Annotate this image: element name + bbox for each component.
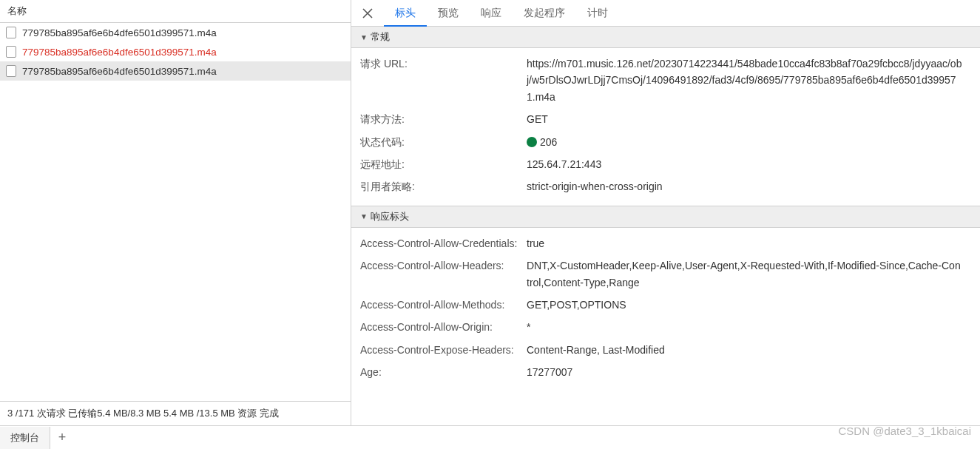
close-icon[interactable] — [357, 3, 378, 24]
header-key: 状态代码: — [360, 134, 527, 150]
tab-标头[interactable]: 标头 — [384, 0, 427, 27]
header-value: https://m701.music.126.net/2023071422344… — [527, 55, 973, 105]
file-icon — [6, 27, 16, 38]
tab-响应[interactable]: 响应 — [470, 0, 513, 27]
request-name: 779785ba895af6e6b4dfe6501d399571.m4a — [22, 66, 217, 77]
header-value: * — [527, 319, 973, 335]
section-header-response-headers[interactable]: ▼ 响应标头 — [351, 206, 980, 228]
header-value: 17277007 — [527, 364, 973, 380]
header-key: Access-Control-Expose-Headers: — [360, 342, 527, 358]
request-name: 779785ba895af6e6b4dfe6501d399571.m4a — [22, 27, 217, 38]
header-key: Access-Control-Allow-Headers: — [360, 257, 527, 291]
header-key: 请求方法: — [360, 111, 527, 127]
header-key: Age: — [360, 364, 527, 380]
file-icon — [6, 65, 16, 77]
add-tab-button[interactable]: + — [50, 430, 74, 445]
chevron-down-icon: ▼ — [360, 33, 368, 41]
header-value: 206 — [527, 134, 973, 150]
network-request-list-panel: 名称 779785ba895af6e6b4dfe6501d399571.m4a7… — [0, 0, 351, 425]
header-row: Access-Control-Allow-Origin:* — [351, 316, 980, 338]
general-rows: 请求 URL:https://m701.music.126.net/202307… — [351, 48, 980, 206]
header-value: true — [527, 235, 973, 251]
request-list: 779785ba895af6e6b4dfe6501d399571.m4a7797… — [0, 23, 351, 401]
header-value: GET — [527, 111, 973, 127]
request-row[interactable]: 779785ba895af6e6b4dfe6501d399571.m4a — [0, 23, 351, 42]
header-row: Age:17277007 — [351, 361, 980, 383]
tab-发起程序[interactable]: 发起程序 — [513, 0, 576, 27]
header-key: Access-Control-Allow-Methods: — [360, 297, 527, 313]
header-row: 请求 URL:https://m701.music.126.net/202307… — [351, 53, 980, 108]
header-row: Access-Control-Allow-Credentials:true — [351, 232, 980, 254]
status-dot-icon — [527, 137, 537, 147]
details-tab-bar: 标头预览响应发起程序计时 — [351, 0, 980, 27]
chevron-down-icon: ▼ — [360, 212, 368, 220]
console-tab[interactable]: 控制台 — [0, 427, 50, 449]
header-value: DNT,X-CustomHeader,Keep-Alive,User-Agent… — [527, 257, 973, 291]
section-title: 响应标头 — [371, 210, 409, 223]
header-row: Access-Control-Allow-Methods:GET,POST,OP… — [351, 294, 980, 316]
header-row: Access-Control-Allow-Headers:DNT,X-Custo… — [351, 254, 980, 294]
file-icon — [6, 46, 16, 58]
header-value: GET,POST,OPTIONS — [527, 297, 973, 313]
section-header-general[interactable]: ▼ 常规 — [351, 27, 980, 48]
header-value: 125.64.7.21:443 — [527, 156, 973, 172]
name-column-header[interactable]: 名称 — [0, 0, 351, 23]
header-key: Access-Control-Allow-Credentials: — [360, 235, 527, 251]
network-status-bar: 3 /171 次请求 已传输5.4 MB/8.3 MB 5.4 MB /13.5… — [0, 401, 351, 425]
header-key: Access-Control-Allow-Origin: — [360, 319, 527, 335]
details-scroll-area[interactable]: ▼ 常规 请求 URL:https://m701.music.126.net/2… — [351, 27, 980, 425]
response-header-rows: Access-Control-Allow-Credentials:trueAcc… — [351, 228, 980, 391]
header-row: 远程地址:125.64.7.21:443 — [351, 153, 980, 175]
request-row[interactable]: 779785ba895af6e6b4dfe6501d399571.m4a — [0, 42, 351, 61]
request-name: 779785ba895af6e6b4dfe6501d399571.m4a — [22, 47, 217, 58]
request-details-panel: 标头预览响应发起程序计时 ▼ 常规 请求 URL:https://m701.mu… — [351, 0, 980, 425]
header-key: 引用者策略: — [360, 178, 527, 195]
drawer-tab-bar: 控制台 + — [0, 425, 980, 449]
header-value: strict-origin-when-cross-origin — [527, 178, 973, 195]
header-value: Content-Range, Last-Modified — [527, 342, 973, 358]
header-row: Access-Control-Expose-Headers:Content-Ra… — [351, 339, 980, 361]
header-row: 引用者策略:strict-origin-when-cross-origin — [351, 175, 980, 198]
section-title: 常规 — [371, 30, 390, 44]
header-key: 远程地址: — [360, 156, 527, 172]
header-row: 状态代码:206 — [351, 131, 980, 153]
request-row[interactable]: 779785ba895af6e6b4dfe6501d399571.m4a — [0, 61, 351, 81]
header-key: 请求 URL: — [360, 55, 527, 105]
tab-预览[interactable]: 预览 — [427, 0, 470, 27]
header-row: 请求方法:GET — [351, 108, 980, 130]
tab-计时[interactable]: 计时 — [576, 0, 619, 27]
